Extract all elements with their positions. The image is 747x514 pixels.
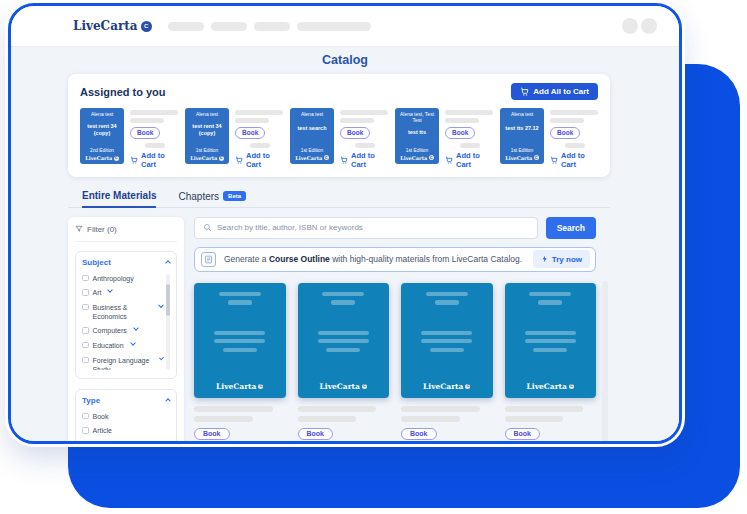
book-cover[interactable]: Alena test test tts 27.12 1st Edition Li… [500, 108, 544, 164]
book-cover[interactable]: Alena test, Test Test test tts 1st Editi… [395, 108, 439, 164]
search-input[interactable] [217, 223, 529, 232]
assigned-item: Alena test, Test Test test tts 1st Editi… [395, 108, 493, 169]
book-type-badge: Book [445, 127, 475, 139]
catalog-scrollbar[interactable] [602, 281, 608, 442]
text-placeholder [445, 118, 479, 123]
filter-option[interactable]: Book [82, 412, 163, 421]
course-outline-banner: Generate a Course Outline with high-qual… [194, 247, 596, 272]
beta-badge: Beta [223, 191, 246, 201]
filter-funnel-icon [75, 225, 83, 233]
assigned-item: Alena test test search 1st Edition LiveC… [290, 108, 388, 169]
chevron-down-icon[interactable] [133, 326, 139, 332]
tab-entire-materials[interactable]: Entire Materials [82, 190, 156, 208]
text-placeholder [445, 110, 493, 115]
add-to-cart-link[interactable]: Add to Cart [130, 151, 178, 169]
add-to-cart-link[interactable]: Add to Cart [445, 151, 493, 169]
book-cover[interactable]: Alena test test search 1st Edition LiveC… [290, 108, 334, 164]
text-placeholder [130, 118, 164, 123]
checkbox[interactable] [82, 289, 89, 296]
filter-option[interactable]: Business & Economics [82, 303, 163, 321]
text-placeholder [401, 416, 460, 422]
book-type-badge: Book [194, 428, 230, 441]
avatar[interactable] [641, 18, 657, 34]
tab-chapters[interactable]: Chapters Beta [178, 191, 246, 207]
cart-icon [130, 156, 138, 164]
search-icon [203, 223, 212, 232]
book-cover[interactable]: LiveCartaC [505, 283, 597, 398]
search-button[interactable]: Search [546, 217, 596, 239]
text-placeholder [505, 406, 584, 412]
book-cover[interactable]: Alena test test rent 34 (copy) 1st Editi… [185, 108, 229, 164]
text-placeholder [250, 143, 269, 148]
browser-window: LiveCarta C Catalog Assigned to you [8, 3, 682, 444]
cart-icon [520, 87, 529, 96]
text-placeholder [550, 110, 598, 115]
filter-option[interactable]: Foreign Language Study [82, 356, 163, 370]
book-cover[interactable]: LiveCartaC [298, 283, 390, 398]
book-type-badge: Book [298, 428, 334, 441]
scrollbar-thumb[interactable] [166, 284, 170, 316]
cart-icon [550, 156, 558, 164]
chevron-down-icon[interactable] [159, 302, 164, 307]
book-type-badge: Book [550, 127, 580, 139]
type-section-toggle[interactable]: Type [82, 396, 170, 405]
chevron-down-icon[interactable] [159, 355, 164, 360]
filter-option[interactable]: Education [82, 341, 163, 350]
lightning-icon [541, 255, 549, 263]
avatar[interactable] [622, 18, 638, 34]
text-placeholder [130, 110, 178, 115]
chevron-down-icon[interactable] [130, 340, 136, 346]
cart-icon [235, 156, 243, 164]
livecarta-logo-mark-icon: C [465, 384, 470, 389]
checkbox[interactable] [82, 413, 89, 420]
filter-option[interactable]: Article [82, 426, 163, 435]
text-placeholder [340, 110, 388, 115]
add-to-cart-link[interactable]: Add to Cart [235, 151, 283, 169]
catalog-item: LiveCartaC Book [401, 283, 493, 442]
text-placeholder [550, 118, 584, 123]
book-cover[interactable]: Alena test test rent 34 (copy) 2nd Editi… [80, 108, 124, 164]
nav-item-placeholder[interactable] [211, 22, 247, 31]
filter-option[interactable]: Anthropology [82, 274, 163, 283]
subject-scrollbar[interactable] [166, 274, 170, 370]
course-outline-icon [201, 252, 216, 267]
checkbox[interactable] [82, 357, 89, 364]
checkbox[interactable] [82, 327, 89, 334]
add-to-cart-link[interactable]: Add to Cart [340, 151, 388, 169]
text-placeholder [505, 416, 564, 422]
text-placeholder [460, 143, 479, 148]
assigned-section-title: Assigned to you [80, 86, 166, 98]
filter-option[interactable]: Art [82, 288, 163, 297]
book-type-badge: Book [401, 428, 437, 441]
book-type-badge: Book [505, 428, 541, 441]
livecarta-logo-mark-icon: C [569, 384, 574, 389]
checkbox[interactable] [82, 304, 89, 311]
livecarta-logo-mark-icon: C [534, 155, 539, 160]
chevron-down-icon[interactable] [108, 287, 114, 293]
subject-section-toggle[interactable]: Subject [82, 258, 170, 267]
banner-text: Generate a Course Outline with high-qual… [224, 254, 525, 264]
nav-item-placeholder[interactable] [168, 22, 204, 31]
try-now-button[interactable]: Try now [533, 250, 590, 268]
chevron-up-icon [165, 260, 171, 266]
chevron-up-icon [165, 398, 171, 404]
nav-item-placeholder[interactable] [254, 22, 290, 31]
filter-toggle[interactable]: Filter (0) [75, 225, 177, 242]
assigned-item: Alena test test tts 27.12 1st Edition Li… [500, 108, 598, 169]
add-all-to-cart-button[interactable]: Add All to Cart [511, 83, 598, 100]
checkbox[interactable] [82, 342, 89, 349]
checkbox[interactable] [82, 275, 89, 282]
text-placeholder [145, 143, 164, 148]
checkbox[interactable] [82, 427, 89, 434]
catalog-grid: LiveCartaC Book [194, 283, 596, 442]
text-placeholder [565, 143, 584, 148]
book-cover[interactable]: LiveCartaC [194, 283, 286, 398]
text-placeholder [401, 406, 480, 412]
livecarta-logo-mark-icon: C [114, 156, 119, 161]
text-placeholder [194, 416, 253, 422]
filter-option[interactable]: Computers [82, 326, 163, 335]
livecarta-logo-mark-icon: C [429, 155, 434, 160]
nav-item-placeholder[interactable] [297, 22, 371, 31]
book-cover[interactable]: LiveCartaC [401, 283, 493, 398]
add-to-cart-link[interactable]: Add to Cart [550, 151, 598, 169]
